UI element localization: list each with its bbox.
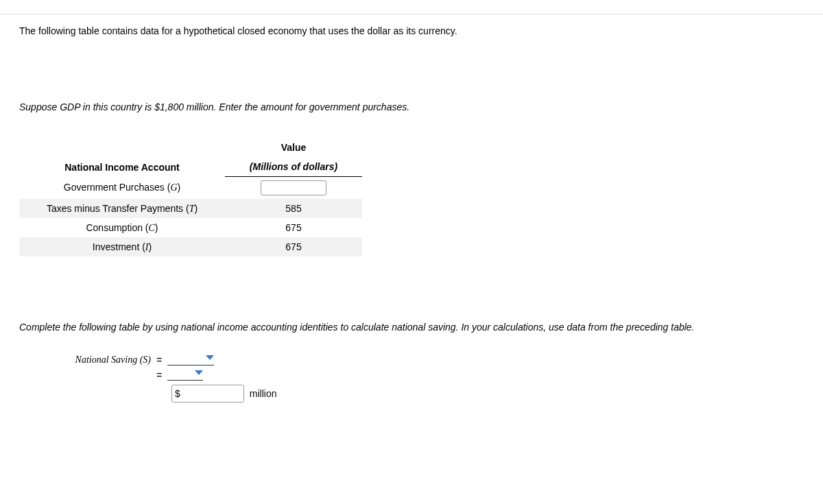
- dollar-sign: $: [175, 388, 182, 399]
- table-header-account: National Income Account: [19, 138, 225, 177]
- table-header-value-top: Value: [225, 138, 362, 157]
- national-saving-row-2: =: [19, 370, 804, 381]
- row-label: Government Purchases (G): [64, 182, 180, 193]
- million-label: million: [244, 388, 277, 399]
- completion-instruction: Complete the following table by using na…: [19, 256, 804, 350]
- government-purchases-input[interactable]: [261, 180, 326, 195]
- row-label: Consumption (C): [86, 222, 158, 233]
- intro-text: The following table contains data for a …: [19, 14, 804, 45]
- row-label: Investment (I): [93, 241, 152, 252]
- table-row: Taxes minus Transfer Payments (T) 585: [19, 199, 362, 218]
- table-header-value-sub: (Millions of dollars): [225, 157, 362, 177]
- national-saving-label: National Saving (S): [19, 355, 156, 365]
- table-row: Government Purchases (G): [19, 177, 362, 200]
- national-saving-row-1: National Saving (S) =: [19, 355, 804, 365]
- national-income-table: National Income Account Value (Millions …: [19, 138, 362, 256]
- table-row: Investment (I) 675: [19, 237, 362, 256]
- saving-value-input[interactable]: [182, 387, 241, 400]
- saving-formula-dropdown-2[interactable]: [167, 367, 203, 381]
- saving-formula-dropdown-1[interactable]: [167, 352, 214, 365]
- table-row: Consumption (C) 675: [19, 218, 362, 237]
- equals-sign: =: [156, 370, 167, 381]
- row-value: 585: [225, 199, 362, 218]
- row-value: 675: [225, 218, 362, 237]
- instruction-text: Suppose GDP in this country is $1,800 mi…: [19, 45, 804, 135]
- row-label: Taxes minus Transfer Payments (T): [47, 203, 198, 214]
- saving-value-input-wrapper: $: [171, 385, 244, 403]
- chevron-down-icon: [206, 355, 214, 360]
- chevron-down-icon: [195, 370, 203, 375]
- equals-sign: =: [156, 355, 167, 365]
- national-saving-value-row: $ million: [19, 385, 804, 403]
- row-value: 675: [225, 237, 362, 256]
